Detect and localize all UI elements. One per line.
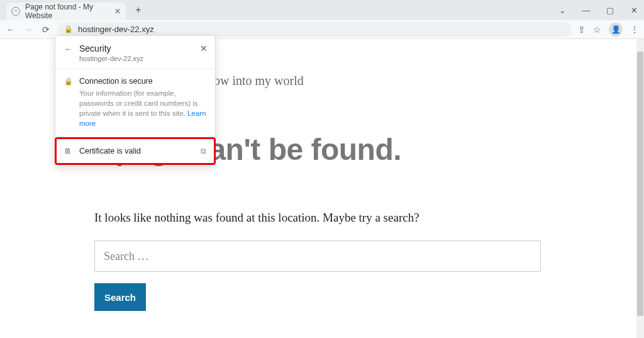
share-icon[interactable]: ⇪ [578, 25, 586, 35]
certificate-icon: 🗎 [64, 147, 73, 155]
connection-secure-desc-text: Your information (for example, passwords… [79, 89, 198, 117]
connection-secure-title: Connection is secure [79, 77, 206, 86]
reload-icon[interactable]: ⟳ [40, 25, 52, 35]
search-input[interactable]: Search … [94, 240, 541, 272]
chevron-down-icon[interactable]: ⌄ [557, 6, 567, 15]
forward-icon: → [23, 25, 34, 35]
minimize-icon[interactable]: — [581, 6, 591, 15]
new-tab-button[interactable]: + [131, 3, 146, 18]
close-popover-icon[interactable]: ✕ [200, 43, 208, 54]
popover-title: Security [79, 43, 143, 54]
profile-avatar[interactable]: 👤 [609, 23, 623, 37]
scrollbar-vertical[interactable] [636, 39, 644, 338]
open-external-icon[interactable]: ⧉ [201, 147, 206, 155]
certificate-row[interactable]: 🗎 Certificate is valid ⧉ [55, 137, 216, 165]
popover-domain: hostinger-dev-22.xyz [79, 55, 143, 62]
search-button-label: Search [104, 292, 136, 303]
star-icon[interactable]: ☆ [593, 25, 601, 35]
window-controls: ⌄ — ▢ ✕ [557, 0, 639, 20]
search-placeholder: Search … [104, 250, 148, 263]
lock-icon[interactable]: 🔒 [64, 25, 73, 33]
lock-icon: 🔒 [64, 77, 73, 128]
not-found-subtext: It looks like nothing was found at this … [94, 211, 644, 225]
browser-tab[interactable]: Page not found - My Website ✕ [6, 3, 126, 20]
window-titlebar: Page not found - My Website ✕ + ⌄ — ▢ ✕ [0, 0, 644, 20]
security-popover: ← Security hostinger-dev-22.xyz ✕ 🔒 Conn… [55, 35, 216, 165]
tab-title: Page not found - My Website [25, 3, 109, 20]
close-window-icon[interactable]: ✕ [629, 6, 639, 15]
certificate-label: Certificate is valid [79, 147, 141, 155]
url-text: hostinger-dev-22.xyz [78, 25, 154, 34]
close-tab-icon[interactable]: ✕ [114, 7, 121, 16]
globe-icon [11, 7, 20, 16]
back-icon[interactable]: ← [5, 25, 16, 35]
kebab-menu-icon[interactable]: ⋮ [630, 25, 639, 35]
address-bar[interactable]: 🔒 hostinger-dev-22.xyz [58, 22, 572, 37]
maximize-icon[interactable]: ▢ [605, 6, 615, 15]
connection-secure-row: 🔒 Connection is secure Your information … [55, 69, 215, 137]
toolbar-right: ⇪ ☆ 👤 ⋮ [578, 23, 639, 37]
back-arrow-icon[interactable]: ← [64, 44, 73, 54]
popover-header: ← Security hostinger-dev-22.xyz ✕ [55, 36, 215, 69]
connection-secure-desc: Your information (for example, passwords… [79, 88, 206, 128]
site-tagline: ow into my world [214, 74, 644, 88]
scrollbar-thumb[interactable] [637, 52, 643, 316]
search-button[interactable]: Search [94, 283, 146, 311]
